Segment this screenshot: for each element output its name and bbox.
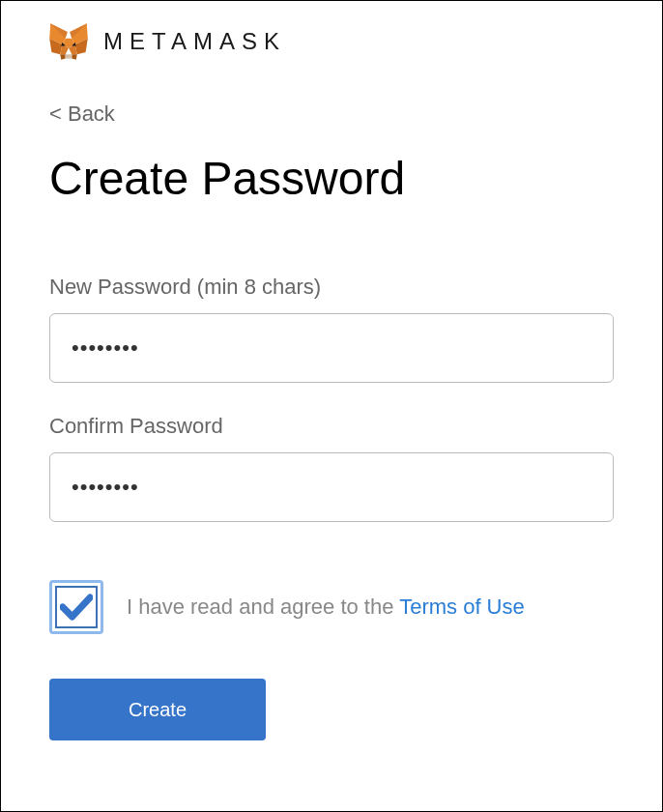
checkbox-inner: [55, 586, 98, 628]
agreement-prefix: I have read and agree to the: [127, 594, 399, 619]
svg-marker-11: [66, 54, 72, 58]
back-link[interactable]: < Back: [49, 102, 115, 127]
agreement-text: I have read and agree to the Terms of Us…: [127, 594, 525, 620]
agreement-row: I have read and agree to the Terms of Us…: [49, 580, 614, 634]
page-title: Create Password: [49, 152, 614, 205]
terms-checkbox[interactable]: [49, 580, 103, 634]
new-password-label: New Password (min 8 chars): [49, 275, 614, 300]
svg-marker-10: [72, 54, 77, 60]
terms-of-use-link[interactable]: Terms of Use: [399, 594, 525, 619]
create-button[interactable]: Create: [49, 679, 266, 740]
brand-name: METAMASK: [103, 28, 286, 55]
header: METAMASK: [1, 1, 662, 63]
svg-marker-9: [60, 54, 65, 60]
confirm-password-label: Confirm Password: [49, 414, 614, 439]
confirm-password-input[interactable]: [49, 452, 614, 522]
new-password-input[interactable]: [49, 313, 614, 383]
checkmark-icon: [60, 593, 93, 622]
content: < Back Create Password New Password (min…: [1, 63, 662, 740]
metamask-fox-icon: [47, 20, 90, 63]
